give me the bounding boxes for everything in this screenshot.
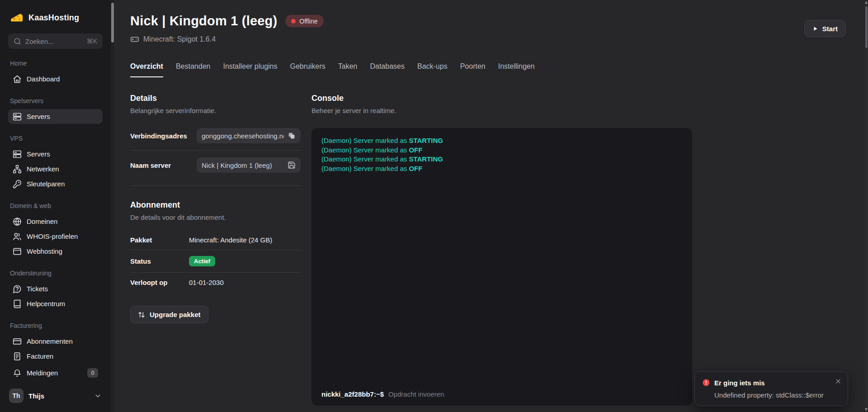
console-subtitle: Beheer je server in realtime. xyxy=(311,107,692,114)
page-scrollbar[interactable] xyxy=(865,0,868,412)
tab-gebruikers[interactable]: Gebruikers xyxy=(290,62,326,77)
connection-address-value: gonggong.cheesehosting.ne xyxy=(202,132,284,140)
invoice-icon xyxy=(13,352,22,361)
server-name-field[interactable]: Nick | Kingdom 1 (leeg) xyxy=(197,157,301,173)
sidebar-scrollbar-thumb[interactable] xyxy=(111,3,114,43)
tab-poorten[interactable]: Poorten xyxy=(460,62,486,77)
console-log-line: (Daemon) Server marked as OFF xyxy=(321,146,682,155)
toast-message: Undefined property: stdClass::$error xyxy=(714,391,840,399)
sidebar-item-facturering-abonnementen[interactable]: Abonnementen xyxy=(8,334,103,349)
sidebar-item-domein-web-domeinen[interactable]: Domeinen xyxy=(8,214,103,229)
save-icon[interactable] xyxy=(288,161,296,169)
alert-circle-icon xyxy=(702,379,710,387)
sidebar-section-label: Spelservers xyxy=(8,97,103,104)
start-button-label: Start xyxy=(822,25,838,33)
scroll-down-arrow-icon[interactable] xyxy=(865,408,868,411)
upgrade-package-button[interactable]: Upgrade pakket xyxy=(130,306,208,323)
user-menu[interactable]: Th Thijs xyxy=(8,388,103,403)
notifications-label: Meldingen xyxy=(27,369,58,377)
console-log-line: (Daemon) Server marked as OFF xyxy=(321,164,682,174)
details-section: Details Belangrijke serverinformatie. Ve… xyxy=(130,94,301,323)
tab-databases[interactable]: Databases xyxy=(370,62,405,77)
tab-back-ups[interactable]: Back-ups xyxy=(417,62,448,77)
console-section: Console Beheer je server in realtime. (D… xyxy=(311,94,692,406)
tab-taken[interactable]: Taken xyxy=(338,62,358,77)
sidebar-item-label: Webhosting xyxy=(27,247,62,255)
subscription-row-status: StatusActief xyxy=(130,250,301,272)
tab-instellingen[interactable]: Instellingen xyxy=(498,62,535,77)
sidebar-scrollbar[interactable] xyxy=(111,0,114,412)
sidebar-item-spelservers-servers[interactable]: Servers xyxy=(8,109,103,124)
server-name-label: Naam server xyxy=(130,161,171,169)
sidebar-item-vps-netwerken[interactable]: Netwerken xyxy=(8,161,103,176)
details-heading: Details xyxy=(130,94,301,103)
search-input[interactable]: Zoeken... ⌘K xyxy=(8,33,103,49)
active-status-badge: Actief xyxy=(189,256,215,266)
subscription-row-verloopt-op: Verloopt op01-01-2030 xyxy=(130,272,301,292)
sidebar-item-label: Sleutelparen xyxy=(27,180,65,188)
server-name-value: Nick | Kingdom 1 (leeg) xyxy=(202,161,284,169)
start-button[interactable]: Start xyxy=(804,20,846,38)
console-input[interactable] xyxy=(387,390,682,398)
copy-icon[interactable] xyxy=(288,132,296,140)
notifications-count-badge: 0 xyxy=(87,368,98,378)
credit-card-icon xyxy=(13,337,22,346)
sidebar-item-home-dashboard[interactable]: Dashboard xyxy=(8,71,103,86)
tab-installeer-plugins[interactable]: Installeer plugins xyxy=(223,62,277,77)
details-subtitle: Belangrijke serverinformatie. xyxy=(130,107,301,114)
sidebar-section-label: VPS xyxy=(8,135,103,142)
sidebar-item-label: Netwerken xyxy=(27,165,59,173)
console-input-row: nickki_a2f28bb7:~$ xyxy=(321,390,682,398)
sidebar-item-domein-web-webhosting[interactable]: Webhosting xyxy=(8,244,103,259)
connection-address-field[interactable]: gonggong.cheesehosting.ne xyxy=(197,128,301,143)
subscription-label: Status xyxy=(130,257,189,265)
book-icon xyxy=(13,299,22,308)
sidebar-item-ondersteuning-helpcentrum[interactable]: Helpcentrum xyxy=(8,296,103,311)
search-placeholder: Zoeken... xyxy=(25,38,83,45)
scroll-up-arrow-icon[interactable] xyxy=(865,1,868,4)
main-content: Nick | Kingdom 1 (leeg) Offline Minecraf… xyxy=(114,0,865,412)
sidebar-item-vps-servers[interactable]: Servers xyxy=(8,147,103,161)
page-title: Nick | Kingdom 1 (leeg) xyxy=(130,14,277,28)
console-log-line: (Daemon) Server marked as STARTING xyxy=(321,155,682,164)
connection-address-label: Verbindingsadres xyxy=(130,132,187,140)
sidebar-item-label: Facturen xyxy=(27,352,53,360)
console-panel: (Daemon) Server marked as STARTING(Daemo… xyxy=(311,128,692,406)
subscription-label: Verloopt op xyxy=(130,279,189,286)
sidebar-section-label: Facturering xyxy=(8,322,103,329)
message-question-icon xyxy=(13,284,22,294)
users-icon xyxy=(13,232,22,241)
console-heading: Console xyxy=(311,94,692,103)
offline-dot-icon xyxy=(291,19,296,24)
play-icon xyxy=(812,26,818,32)
search-icon xyxy=(14,38,21,45)
cheese-logo-icon xyxy=(10,11,24,24)
server-icon xyxy=(13,112,22,121)
sidebar-section-label: Ondersteuning xyxy=(8,270,103,277)
tab-overzicht[interactable]: Overzicht xyxy=(130,62,163,77)
subscription-value: Minecraft: Andesite (24 GB) xyxy=(189,236,272,244)
sidebar-item-domein-web-whois-profielen[interactable]: WHOIS-profielen xyxy=(8,229,103,244)
key-icon xyxy=(13,180,22,189)
toast-title: Er ging iets mis xyxy=(714,379,765,387)
sidebar-item-meldingen[interactable]: Meldingen 0 xyxy=(8,365,103,380)
globe-icon xyxy=(13,217,22,226)
browser-icon xyxy=(13,247,22,256)
sidebar-section-label: Domein & web xyxy=(8,202,103,209)
sidebar-nav: HomeDashboardSpelserversServersVPSServer… xyxy=(8,49,103,364)
subscription-row-pakket: PakketMinecraft: Andesite (24 GB) xyxy=(130,230,301,250)
sidebar-item-vps-sleutelparen[interactable]: Sleutelparen xyxy=(8,176,103,191)
close-icon[interactable] xyxy=(835,378,842,385)
page-scrollbar-thumb[interactable] xyxy=(865,6,868,48)
upgrade-package-label: Upgrade pakket xyxy=(150,311,201,318)
sidebar-item-facturering-facturen[interactable]: Facturen xyxy=(8,349,103,364)
sidebar-item-label: Dashboard xyxy=(27,75,60,83)
sidebar-item-label: WHOIS-profielen xyxy=(27,232,78,240)
subscription-subtitle: De details voor dit abonnement. xyxy=(130,213,301,221)
sidebar: KaasHosting Zoeken... ⌘K HomeDashboardSp… xyxy=(0,0,111,412)
sidebar-item-label: Servers xyxy=(27,113,50,120)
home-icon xyxy=(13,75,22,84)
tab-bestanden[interactable]: Bestanden xyxy=(176,62,211,77)
status-badge-label: Offline xyxy=(299,18,317,25)
sidebar-item-ondersteuning-tickets[interactable]: Tickets xyxy=(8,281,103,296)
